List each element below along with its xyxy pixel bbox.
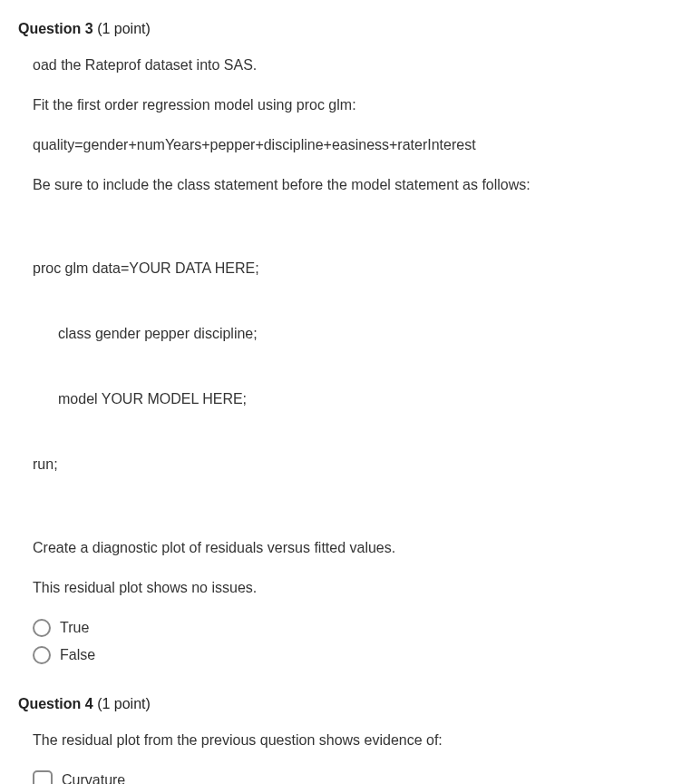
- instruction-text: Fit the first order regression model usi…: [33, 94, 673, 116]
- code-block: proc glm data=YOUR DATA HERE; class gend…: [33, 214, 673, 519]
- question-points: (1 point): [93, 21, 151, 36]
- instruction-text: oad the Rateprof dataset into SAS.: [33, 54, 673, 76]
- question-4-body: The residual plot from the previous ques…: [18, 730, 673, 784]
- radio-option-false[interactable]: False: [33, 644, 673, 666]
- code-line: model YOUR MODEL HERE;: [33, 388, 673, 410]
- question-number: Question 4: [18, 696, 93, 711]
- radio-label: False: [60, 644, 95, 666]
- question-3: Question 3 (1 point) oad the Rateprof da…: [18, 18, 673, 666]
- question-4: Question 4 (1 point) The residual plot f…: [18, 693, 673, 784]
- radio-input[interactable]: [33, 646, 51, 664]
- question-3-body: oad the Rateprof dataset into SAS. Fit t…: [18, 54, 673, 666]
- question-points: (1 point): [93, 696, 151, 711]
- code-line: run;: [33, 454, 673, 475]
- instruction-text: This residual plot shows no issues.: [33, 577, 673, 599]
- question-4-header: Question 4 (1 point): [18, 693, 673, 715]
- code-line: class gender pepper discipline;: [33, 323, 673, 345]
- code-line: proc glm data=YOUR DATA HERE;: [33, 258, 673, 279]
- checkbox-label: Curvature: [62, 769, 125, 784]
- checkbox-options: Curvature Collinearity Heteroscedasticit…: [33, 769, 673, 784]
- instruction-text: The residual plot from the previous ques…: [33, 730, 673, 751]
- instruction-text: Create a diagnostic plot of residuals ve…: [33, 537, 673, 559]
- checkbox-input[interactable]: [33, 770, 53, 784]
- radio-input[interactable]: [33, 619, 51, 637]
- instruction-text: quality=gender+numYears+pepper+disciplin…: [33, 134, 673, 156]
- radio-label: True: [60, 617, 89, 639]
- question-3-header: Question 3 (1 point): [18, 18, 673, 40]
- radio-option-true[interactable]: True: [33, 617, 673, 639]
- checkbox-option-curvature[interactable]: Curvature: [33, 769, 673, 784]
- question-number: Question 3: [18, 21, 93, 36]
- instruction-text: Be sure to include the class statement b…: [33, 174, 673, 196]
- radio-options: True False: [33, 617, 673, 666]
